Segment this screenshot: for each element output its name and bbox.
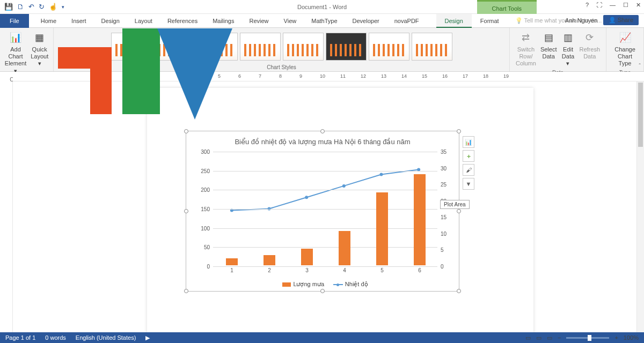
x-axis-tick: 3 — [305, 265, 309, 273]
bar[interactable] — [339, 231, 350, 265]
workspace: Biểu đồ nhiệt độ và lượng mưa Hà Nội 6 t… — [0, 81, 644, 332]
view-read-icon[interactable]: ▭ — [525, 334, 531, 341]
status-word-count[interactable]: 0 words — [45, 334, 66, 341]
share-button[interactable]: 👤 Share — [603, 15, 639, 25]
chart-filter-icon[interactable]: ▼ — [463, 178, 474, 190]
help-icon[interactable]: ? — [586, 2, 589, 9]
view-web-icon[interactable]: ▭ — [547, 334, 552, 341]
group-chart-styles: Chart Styles — [267, 63, 296, 70]
bar[interactable] — [376, 192, 388, 265]
chart-style-thumb[interactable] — [240, 33, 281, 61]
zoom-level[interactable]: 100% — [624, 334, 639, 341]
resize-handle[interactable] — [184, 209, 188, 213]
resize-handle[interactable] — [320, 129, 325, 133]
bar[interactable] — [414, 174, 426, 265]
resize-handle[interactable] — [184, 129, 188, 133]
tab-insert[interactable]: Insert — [64, 14, 94, 28]
chart-elements-plus-icon[interactable]: ＋ — [463, 150, 474, 162]
tab-chart-design[interactable]: Design — [436, 14, 472, 28]
y2-axis-tick: 5 — [437, 247, 444, 253]
legend-label: Nhiệt độ — [345, 281, 368, 287]
qat-dropdown-icon[interactable]: ▾ — [62, 4, 64, 10]
new-icon[interactable]: 🗋 — [17, 3, 24, 11]
resize-handle[interactable] — [184, 289, 188, 293]
tab-home[interactable]: Home — [33, 14, 64, 28]
undo-icon[interactable]: ↶ — [28, 3, 34, 11]
svg-point-3 — [342, 184, 346, 188]
chart-style-thumb[interactable] — [111, 33, 152, 61]
touch-icon[interactable]: ☝ — [49, 3, 57, 11]
y-axis-tick: 200 — [201, 187, 213, 193]
macro-icon[interactable]: ▶ — [145, 334, 150, 341]
resize-handle[interactable] — [457, 209, 461, 213]
tab-design[interactable]: Design — [94, 14, 127, 28]
resize-handle[interactable] — [457, 289, 461, 293]
redo-icon[interactable]: ↻ — [39, 3, 45, 11]
refresh-data-button: ⟳Refresh Data — [577, 30, 602, 69]
chart-side-buttons: 📊 ＋ 🖌 ▼ — [463, 136, 474, 190]
legend-swatch-line — [333, 284, 343, 285]
quick-layout-button[interactable]: ▦Quick Layout ▾ — [28, 30, 50, 76]
edit-data-icon: ▥ — [561, 31, 575, 45]
vertical-scrollbar[interactable] — [636, 81, 644, 332]
zoom-out-icon[interactable]: − — [558, 334, 561, 341]
y-axis-tick: 150 — [201, 206, 213, 212]
maximize-icon[interactable]: ☐ — [623, 2, 628, 9]
chart-legend[interactable]: Lượng mưa Nhiệt độ — [186, 281, 459, 288]
bar[interactable] — [226, 258, 238, 265]
zoom-in-icon[interactable]: + — [614, 334, 618, 341]
y2-axis-tick: 25 — [437, 182, 447, 188]
close-icon[interactable]: ✕ — [636, 2, 641, 9]
status-language[interactable]: English (United States) — [76, 334, 136, 341]
ribbon-options-icon[interactable]: ⛶ — [596, 2, 602, 9]
chart-styles-brush-icon[interactable]: 🖌 — [463, 164, 474, 176]
chart-object[interactable]: Biểu đồ nhiệt độ và lượng mưa Hà Nội 6 t… — [186, 131, 459, 292]
chart-layout-options-icon[interactable]: 📊 — [463, 136, 474, 148]
status-bar: Page 1 of 1 0 words English (United Stat… — [0, 332, 644, 343]
tab-review[interactable]: Review — [242, 14, 276, 28]
change-chart-type-button[interactable]: 📈Change Chart Type — [611, 30, 639, 69]
tab-layout[interactable]: Layout — [127, 14, 160, 28]
tooltip-plot-area: Plot Area — [440, 200, 470, 209]
resize-handle[interactable] — [457, 129, 461, 133]
y-axis-tick: 300 — [201, 149, 213, 155]
save-icon[interactable]: 💾 — [4, 3, 13, 11]
select-data-button[interactable]: ▤Select Data — [538, 30, 559, 69]
tab-references[interactable]: References — [160, 14, 205, 28]
chart-style-thumb[interactable] — [326, 33, 367, 61]
chart-title[interactable]: Biểu đồ nhiệt độ và lượng mưa Hà Nội 6 t… — [186, 131, 459, 149]
chart-style-thumb[interactable] — [283, 33, 324, 61]
svg-point-4 — [379, 173, 383, 176]
add-chart-element-button[interactable]: 📊Add Chart Element ▾ — [3, 30, 28, 76]
ribbon: 📊Add Chart Element ▾ ▦Quick Layout ▾ Cha… — [0, 28, 644, 72]
collapse-ribbon-icon[interactable]: ˆ — [639, 63, 641, 69]
chart-styles-gallery[interactable] — [111, 30, 452, 63]
resize-handle[interactable] — [320, 289, 325, 293]
tab-file[interactable]: File — [0, 14, 29, 28]
chart-style-thumb[interactable] — [369, 33, 409, 61]
x-axis-tick: 1 — [230, 265, 233, 273]
edit-data-button[interactable]: ▥Edit Data ▾ — [559, 30, 577, 69]
vertical-ruler[interactable] — [0, 81, 13, 332]
document-area[interactable]: Biểu đồ nhiệt độ và lượng mưa Hà Nội 6 t… — [13, 81, 644, 332]
window-controls: ? ⛶ — ☐ ✕ — [586, 2, 641, 9]
plot-area[interactable]: 05010015020025030005101520253035123456 — [213, 152, 437, 265]
bar[interactable] — [264, 255, 275, 265]
zoom-slider[interactable] — [566, 337, 609, 339]
y-axis-tick: 50 — [204, 244, 213, 250]
status-page[interactable]: Page 1 of 1 — [5, 334, 35, 341]
tab-novapdf[interactable]: novaPDF — [387, 14, 427, 28]
view-print-icon[interactable]: ▭ — [536, 334, 541, 341]
tab-developer[interactable]: Developer — [345, 14, 387, 28]
tab-chart-format[interactable]: Format — [472, 14, 508, 28]
chart-style-thumb[interactable] — [154, 33, 195, 61]
minimize-icon[interactable]: — — [610, 2, 616, 9]
tab-mathtype[interactable]: MathType — [304, 14, 345, 28]
chart-style-thumb[interactable] — [197, 33, 238, 61]
tab-mailings[interactable]: Mailings — [205, 14, 241, 28]
tab-view[interactable]: View — [276, 14, 304, 28]
user-name[interactable]: Anh Nguyen — [565, 17, 598, 24]
chart-style-thumb[interactable] — [412, 33, 452, 61]
horizontal-ruler[interactable]: 12345678910111213141516171819 — [13, 72, 644, 81]
bar[interactable] — [301, 249, 313, 265]
